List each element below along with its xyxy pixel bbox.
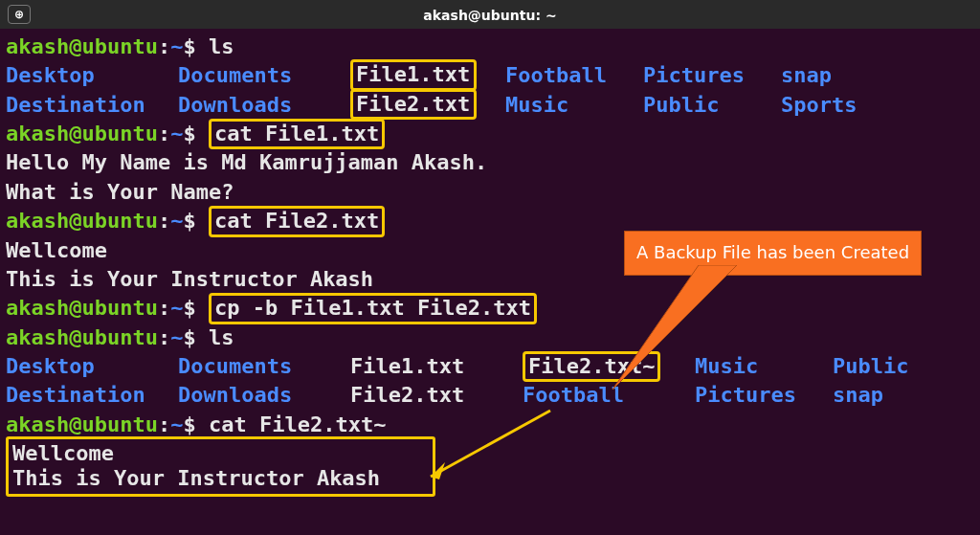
prompt-line-5: akash@ubuntu:~$ ls (6, 323, 974, 352)
ls-item: Football (505, 61, 643, 90)
ls-item: Public (643, 91, 781, 120)
new-tab-icon: ⊕ (14, 7, 24, 23)
prompt-dollar: $ (183, 34, 195, 58)
ls-item: snap (781, 61, 832, 90)
new-tab-button[interactable]: ⊕ (8, 5, 31, 24)
ls-item: Music (505, 91, 643, 120)
output-line: This is Your Instructor Akash (12, 466, 429, 491)
output-line: Wellcome (12, 441, 429, 466)
ls-item: Public (833, 352, 908, 381)
output-line: Hello My Name is Md Kamrujjaman Akash. (6, 148, 974, 177)
ls-item: Downloads (178, 381, 350, 410)
ls2-row1: DesktopDocumentsFile1.txtFile2.txt~Music… (6, 352, 974, 381)
ls-item: Music (695, 352, 833, 381)
ls-item: snap (833, 381, 883, 410)
ls-item: Documents (178, 352, 350, 381)
prompt-path: ~ (170, 34, 183, 58)
cmd-text: ls (196, 34, 234, 58)
ls-item: File2.txt (350, 381, 523, 410)
prompt-line-6: akash@ubuntu:~$ cat File2.txt~ (6, 411, 974, 439)
ls1-row2: DestinationDownloadsFile2.txtMusicPublic… (6, 91, 974, 120)
ls1-row1: DesktopDocumentsFile1.txtFootballPicture… (6, 61, 974, 90)
highlight-backup-output: Wellcome This is Your Instructor Akash (6, 436, 435, 497)
ls-item: Destination (6, 91, 178, 120)
ls-item: Documents (178, 61, 350, 90)
prompt-line-2: akash@ubuntu:~$ cat File1.txt (6, 120, 974, 148)
output-line: What is Your Name? (6, 178, 974, 207)
callout-text: A Backup File has been Created (636, 242, 909, 262)
ls-item: Pictures (643, 61, 781, 90)
terminal[interactable]: akash@ubuntu:~$ ls DesktopDocumentsFile1… (0, 29, 980, 498)
highlight-backup-file: File2.txt~ (523, 351, 660, 382)
ls-item: File2.txt~ (528, 354, 655, 379)
prompt-user: akash@ubuntu (6, 34, 158, 58)
ls-item: Destination (6, 381, 178, 410)
ls-item: Sports (781, 91, 857, 120)
ls-item: File2.txt (356, 92, 471, 117)
prompt-line-4: akash@ubuntu:~$ cp -b File1.txt File2.tx… (6, 294, 974, 323)
annotation-callout: A Backup File has been Created (624, 231, 922, 276)
ls-item: Pictures (695, 381, 833, 410)
highlight-cat2: cat File2.txt (209, 206, 385, 236)
window-title: akash@ubuntu: ~ (423, 7, 556, 25)
ls-item: Desktop (6, 352, 178, 381)
ls-item: Downloads (178, 91, 350, 120)
ls-item: File1.txt (356, 62, 471, 87)
prompt-line-1: akash@ubuntu:~$ ls (6, 33, 974, 61)
ls-item: File1.txt (350, 352, 523, 381)
highlight-cp: cp -b File1.txt File2.txt (209, 293, 537, 323)
ls2-row2: DestinationDownloadsFile2.txtFootballPic… (6, 381, 974, 410)
ls-item: Football (523, 381, 695, 410)
ls-item: Desktop (6, 61, 178, 90)
highlight-cat1: cat File1.txt (209, 119, 385, 149)
window-titlebar: ⊕ akash@ubuntu: ~ (0, 0, 980, 29)
